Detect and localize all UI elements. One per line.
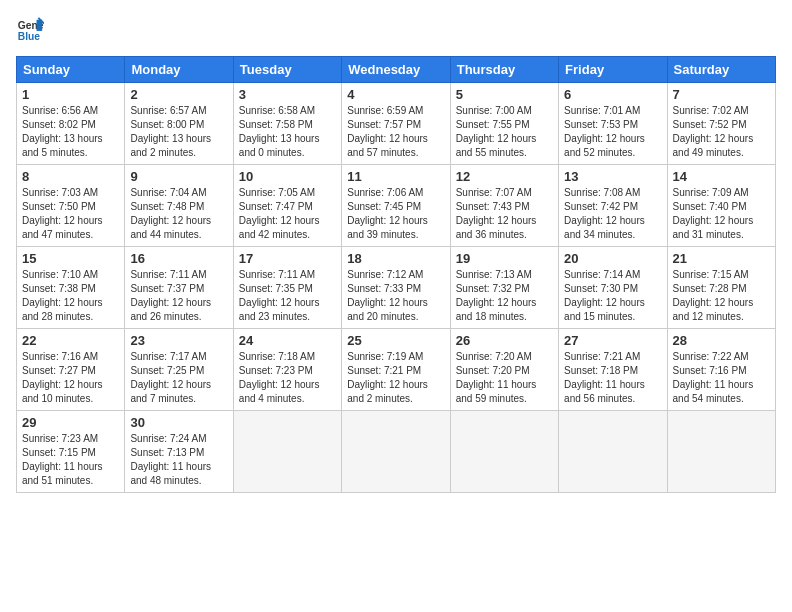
day-number: 21 [673, 251, 770, 266]
calendar-cell: 20 Sunrise: 7:14 AMSunset: 7:30 PMDaylig… [559, 247, 667, 329]
weekday-header: Sunday [17, 57, 125, 83]
day-info: Sunrise: 6:56 AMSunset: 8:02 PMDaylight:… [22, 105, 103, 158]
calendar-cell [233, 411, 341, 493]
calendar-cell: 8 Sunrise: 7:03 AMSunset: 7:50 PMDayligh… [17, 165, 125, 247]
day-number: 8 [22, 169, 119, 184]
calendar-cell: 11 Sunrise: 7:06 AMSunset: 7:45 PMDaylig… [342, 165, 450, 247]
day-number: 26 [456, 333, 553, 348]
day-number: 7 [673, 87, 770, 102]
calendar-cell: 18 Sunrise: 7:12 AMSunset: 7:33 PMDaylig… [342, 247, 450, 329]
day-info: Sunrise: 6:58 AMSunset: 7:58 PMDaylight:… [239, 105, 320, 158]
day-info: Sunrise: 7:21 AMSunset: 7:18 PMDaylight:… [564, 351, 645, 404]
day-number: 29 [22, 415, 119, 430]
day-info: Sunrise: 7:19 AMSunset: 7:21 PMDaylight:… [347, 351, 428, 404]
day-info: Sunrise: 7:03 AMSunset: 7:50 PMDaylight:… [22, 187, 103, 240]
day-number: 13 [564, 169, 661, 184]
calendar-cell: 17 Sunrise: 7:11 AMSunset: 7:35 PMDaylig… [233, 247, 341, 329]
day-info: Sunrise: 7:20 AMSunset: 7:20 PMDaylight:… [456, 351, 537, 404]
calendar-cell [559, 411, 667, 493]
day-number: 5 [456, 87, 553, 102]
day-info: Sunrise: 7:04 AMSunset: 7:48 PMDaylight:… [130, 187, 211, 240]
calendar-cell [450, 411, 558, 493]
calendar-cell: 15 Sunrise: 7:10 AMSunset: 7:38 PMDaylig… [17, 247, 125, 329]
day-info: Sunrise: 7:23 AMSunset: 7:15 PMDaylight:… [22, 433, 103, 486]
calendar-cell: 2 Sunrise: 6:57 AMSunset: 8:00 PMDayligh… [125, 83, 233, 165]
day-number: 28 [673, 333, 770, 348]
day-number: 12 [456, 169, 553, 184]
calendar-week-row: 29 Sunrise: 7:23 AMSunset: 7:15 PMDaylig… [17, 411, 776, 493]
day-info: Sunrise: 7:05 AMSunset: 7:47 PMDaylight:… [239, 187, 320, 240]
calendar-cell: 16 Sunrise: 7:11 AMSunset: 7:37 PMDaylig… [125, 247, 233, 329]
weekday-header: Wednesday [342, 57, 450, 83]
day-number: 27 [564, 333, 661, 348]
day-info: Sunrise: 7:01 AMSunset: 7:53 PMDaylight:… [564, 105, 645, 158]
calendar-header-row: SundayMondayTuesdayWednesdayThursdayFrid… [17, 57, 776, 83]
day-number: 9 [130, 169, 227, 184]
day-info: Sunrise: 7:00 AMSunset: 7:55 PMDaylight:… [456, 105, 537, 158]
calendar-cell: 24 Sunrise: 7:18 AMSunset: 7:23 PMDaylig… [233, 329, 341, 411]
day-number: 3 [239, 87, 336, 102]
calendar-cell: 28 Sunrise: 7:22 AMSunset: 7:16 PMDaylig… [667, 329, 775, 411]
page-header: General Blue [16, 16, 776, 44]
calendar-cell: 19 Sunrise: 7:13 AMSunset: 7:32 PMDaylig… [450, 247, 558, 329]
weekday-header: Tuesday [233, 57, 341, 83]
calendar-cell: 6 Sunrise: 7:01 AMSunset: 7:53 PMDayligh… [559, 83, 667, 165]
day-info: Sunrise: 7:14 AMSunset: 7:30 PMDaylight:… [564, 269, 645, 322]
calendar-cell: 3 Sunrise: 6:58 AMSunset: 7:58 PMDayligh… [233, 83, 341, 165]
calendar-cell: 14 Sunrise: 7:09 AMSunset: 7:40 PMDaylig… [667, 165, 775, 247]
calendar-cell: 9 Sunrise: 7:04 AMSunset: 7:48 PMDayligh… [125, 165, 233, 247]
day-info: Sunrise: 6:59 AMSunset: 7:57 PMDaylight:… [347, 105, 428, 158]
calendar-cell: 27 Sunrise: 7:21 AMSunset: 7:18 PMDaylig… [559, 329, 667, 411]
day-number: 18 [347, 251, 444, 266]
day-info: Sunrise: 7:10 AMSunset: 7:38 PMDaylight:… [22, 269, 103, 322]
day-number: 24 [239, 333, 336, 348]
day-info: Sunrise: 7:12 AMSunset: 7:33 PMDaylight:… [347, 269, 428, 322]
day-info: Sunrise: 7:18 AMSunset: 7:23 PMDaylight:… [239, 351, 320, 404]
day-number: 25 [347, 333, 444, 348]
day-info: Sunrise: 7:17 AMSunset: 7:25 PMDaylight:… [130, 351, 211, 404]
calendar-cell: 4 Sunrise: 6:59 AMSunset: 7:57 PMDayligh… [342, 83, 450, 165]
weekday-header: Thursday [450, 57, 558, 83]
weekday-header: Saturday [667, 57, 775, 83]
day-info: Sunrise: 7:09 AMSunset: 7:40 PMDaylight:… [673, 187, 754, 240]
day-number: 23 [130, 333, 227, 348]
day-number: 17 [239, 251, 336, 266]
svg-text:Blue: Blue [18, 31, 41, 42]
calendar-cell: 10 Sunrise: 7:05 AMSunset: 7:47 PMDaylig… [233, 165, 341, 247]
calendar-week-row: 1 Sunrise: 6:56 AMSunset: 8:02 PMDayligh… [17, 83, 776, 165]
day-info: Sunrise: 7:06 AMSunset: 7:45 PMDaylight:… [347, 187, 428, 240]
day-info: Sunrise: 7:11 AMSunset: 7:37 PMDaylight:… [130, 269, 211, 322]
calendar-cell: 7 Sunrise: 7:02 AMSunset: 7:52 PMDayligh… [667, 83, 775, 165]
calendar-cell: 21 Sunrise: 7:15 AMSunset: 7:28 PMDaylig… [667, 247, 775, 329]
day-info: Sunrise: 7:22 AMSunset: 7:16 PMDaylight:… [673, 351, 754, 404]
calendar-cell: 29 Sunrise: 7:23 AMSunset: 7:15 PMDaylig… [17, 411, 125, 493]
day-number: 19 [456, 251, 553, 266]
logo-icon: General Blue [16, 16, 44, 44]
calendar-cell [342, 411, 450, 493]
day-number: 4 [347, 87, 444, 102]
day-number: 30 [130, 415, 227, 430]
day-number: 15 [22, 251, 119, 266]
weekday-header: Monday [125, 57, 233, 83]
day-info: Sunrise: 7:02 AMSunset: 7:52 PMDaylight:… [673, 105, 754, 158]
logo: General Blue [16, 16, 48, 44]
day-info: Sunrise: 6:57 AMSunset: 8:00 PMDaylight:… [130, 105, 211, 158]
day-number: 16 [130, 251, 227, 266]
calendar-cell: 26 Sunrise: 7:20 AMSunset: 7:20 PMDaylig… [450, 329, 558, 411]
calendar-week-row: 15 Sunrise: 7:10 AMSunset: 7:38 PMDaylig… [17, 247, 776, 329]
day-info: Sunrise: 7:11 AMSunset: 7:35 PMDaylight:… [239, 269, 320, 322]
day-number: 2 [130, 87, 227, 102]
calendar-cell: 25 Sunrise: 7:19 AMSunset: 7:21 PMDaylig… [342, 329, 450, 411]
calendar-week-row: 22 Sunrise: 7:16 AMSunset: 7:27 PMDaylig… [17, 329, 776, 411]
day-info: Sunrise: 7:24 AMSunset: 7:13 PMDaylight:… [130, 433, 211, 486]
day-number: 22 [22, 333, 119, 348]
day-number: 10 [239, 169, 336, 184]
day-info: Sunrise: 7:16 AMSunset: 7:27 PMDaylight:… [22, 351, 103, 404]
day-number: 6 [564, 87, 661, 102]
day-info: Sunrise: 7:07 AMSunset: 7:43 PMDaylight:… [456, 187, 537, 240]
calendar-cell: 30 Sunrise: 7:24 AMSunset: 7:13 PMDaylig… [125, 411, 233, 493]
calendar-cell: 12 Sunrise: 7:07 AMSunset: 7:43 PMDaylig… [450, 165, 558, 247]
day-number: 14 [673, 169, 770, 184]
calendar-week-row: 8 Sunrise: 7:03 AMSunset: 7:50 PMDayligh… [17, 165, 776, 247]
day-info: Sunrise: 7:15 AMSunset: 7:28 PMDaylight:… [673, 269, 754, 322]
